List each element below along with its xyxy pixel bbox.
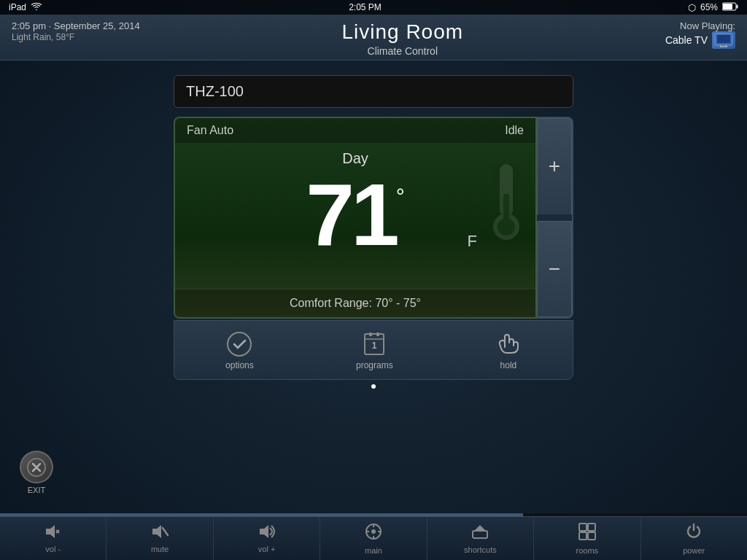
main-label: main <box>365 546 382 555</box>
temp-increase-button[interactable]: + <box>537 118 572 215</box>
power-label: power <box>683 546 705 555</box>
shortcuts-label: shortcuts <box>464 545 497 554</box>
now-playing-device: Cable TV <box>665 31 735 49</box>
bluetooth-icon: ⬡ <box>688 2 696 13</box>
svg-rect-33 <box>473 531 487 538</box>
thermo-state: Idle <box>505 124 524 137</box>
svg-point-11 <box>498 218 515 236</box>
device-label: iPad <box>9 2 26 12</box>
vol-down-label: vol - <box>45 545 61 553</box>
vol-down-button[interactable]: vol - <box>0 517 107 560</box>
svg-rect-37 <box>579 532 587 540</box>
header-time: 2:05 pm · September 25, 2014 <box>12 20 140 31</box>
shortcuts-icon <box>471 524 489 543</box>
header-left: 2:05 pm · September 25, 2014 Light Rain,… <box>12 20 140 42</box>
svg-rect-2 <box>723 4 732 9</box>
thermo-header: Fan Auto Idle <box>175 118 535 143</box>
ctrl-spacer <box>537 215 572 221</box>
exit-icon <box>20 451 53 483</box>
svg-rect-36 <box>588 524 595 531</box>
page-dot-1 <box>371 384 376 389</box>
svg-rect-16 <box>376 332 379 336</box>
thermostat-main: Fan Auto Idle Day 71 ° F <box>174 117 537 319</box>
header: 2:05 pm · September 25, 2014 Light Rain,… <box>0 15 747 61</box>
temp-decrease-button[interactable]: − <box>537 221 572 318</box>
mute-button[interactable]: mute <box>107 517 213 560</box>
battery-icon <box>722 2 738 13</box>
svg-marker-34 <box>474 525 486 531</box>
header-weather: Light Rain, 58°F <box>12 32 140 42</box>
status-time: 2:05 PM <box>349 2 382 12</box>
options-label: options <box>225 360 254 370</box>
svg-marker-26 <box>260 525 268 538</box>
vol-up-icon <box>258 524 276 542</box>
battery-level: 65% <box>700 2 718 12</box>
room-name: Living Room <box>341 20 463 44</box>
header-center: Living Room Climate Control <box>341 20 463 57</box>
svg-rect-38 <box>588 532 595 540</box>
thermo-footer: Comfort Range: 70° - 75° <box>175 289 535 317</box>
fan-status: Fan Auto <box>187 124 233 137</box>
svg-rect-15 <box>369 332 372 336</box>
svg-rect-1 <box>736 4 738 8</box>
svg-point-28 <box>371 529 376 534</box>
svg-marker-24 <box>152 525 161 538</box>
bottom-nav: vol - mute vol + <box>0 516 747 560</box>
status-right: ⬡ 65% <box>688 2 738 13</box>
main-icon <box>365 523 382 544</box>
rooms-label: rooms <box>576 546 599 555</box>
status-left: iPad <box>9 2 42 13</box>
power-button[interactable]: power <box>641 517 747 560</box>
svg-line-25 <box>163 528 168 535</box>
page-dots <box>371 384 376 389</box>
thermo-action-bar: options 1 programs hold <box>174 320 573 380</box>
rooms-button[interactable]: rooms <box>534 517 640 560</box>
svg-marker-21 <box>46 525 55 538</box>
header-subtitle: Climate Control <box>341 45 463 57</box>
header-right: Now Playing: Cable TV <box>665 20 735 49</box>
programs-button[interactable]: 1 programs <box>341 327 408 375</box>
thermo-degree: ° <box>396 184 405 209</box>
main-content: THZ-100 Fan Auto Idle Day 71 ° F <box>0 61 747 389</box>
thermo-temp-row: 71 ° F <box>190 171 521 258</box>
thermo-controls: + − <box>537 117 573 319</box>
tv-icon <box>712 31 735 49</box>
main-button[interactable]: main <box>320 517 427 560</box>
status-bar: iPad 2:05 PM ⬡ 65% <box>0 0 747 15</box>
wifi-icon <box>31 2 42 13</box>
thermo-unit: F <box>468 232 477 251</box>
device-name-bar: THZ-100 <box>174 75 573 108</box>
hold-button[interactable]: hold <box>481 327 536 375</box>
options-icon <box>226 331 252 357</box>
hold-icon <box>495 331 522 357</box>
thermostat-container: Fan Auto Idle Day 71 ° F <box>174 117 573 319</box>
programs-icon: 1 <box>361 331 387 357</box>
vol-up-label: vol + <box>258 545 276 553</box>
vol-down-icon <box>44 524 62 542</box>
mute-icon <box>151 524 169 542</box>
svg-rect-35 <box>579 524 587 531</box>
thermo-body: Day 71 ° F <box>175 143 535 289</box>
exit-button[interactable]: EXIT <box>15 451 58 494</box>
svg-point-12 <box>228 332 251 356</box>
thermo-mode: Day <box>190 150 521 167</box>
now-playing-label: Now Playing: <box>665 20 735 31</box>
hold-label: hold <box>500 360 517 370</box>
power-icon <box>685 523 703 544</box>
vol-up-button[interactable]: vol + <box>214 517 320 560</box>
shortcuts-button[interactable]: shortcuts <box>427 517 534 560</box>
svg-rect-4 <box>717 35 730 43</box>
options-button[interactable]: options <box>211 327 268 375</box>
exit-label: EXIT <box>28 486 45 494</box>
programs-label: programs <box>356 360 393 370</box>
mute-label: mute <box>151 545 169 553</box>
thermo-temperature: 71 <box>306 171 395 258</box>
svg-text:1: 1 <box>372 341 377 351</box>
rooms-icon <box>578 523 596 544</box>
thermometer-icon <box>484 158 528 248</box>
